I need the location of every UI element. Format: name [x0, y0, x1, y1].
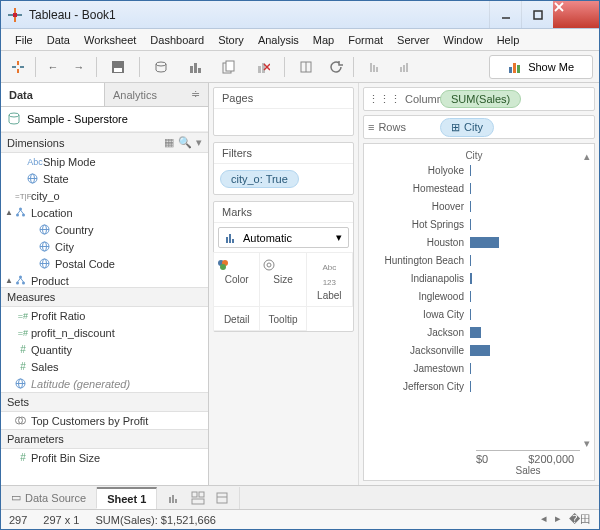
data-source-tab[interactable]: ▭Data Source [1, 487, 97, 508]
filter-pill[interactable]: city_o: True [220, 170, 299, 188]
svg-rect-77 [192, 499, 204, 504]
svg-rect-33 [509, 67, 512, 73]
new-worksheet-button[interactable] [180, 56, 210, 78]
rows-pill[interactable]: ⊞City [440, 118, 494, 137]
dimensions-header: Dimensions ▦🔍▾ [1, 132, 208, 153]
bar-row[interactable]: Hoover [368, 197, 580, 215]
new-worksheet-icon[interactable] [167, 491, 181, 505]
new-story-icon[interactable] [215, 491, 229, 505]
columns-shelf[interactable]: ⋮⋮⋮Columns SUM(Sales) [363, 87, 595, 111]
marks-color[interactable]: Color [213, 252, 260, 307]
forward-button[interactable]: → [68, 56, 90, 78]
bar-row[interactable]: Jackson [368, 323, 580, 341]
bar-row[interactable]: Houston [368, 233, 580, 251]
field-ship-mode[interactable]: AbcShip Mode [1, 153, 208, 170]
save-button[interactable] [103, 56, 133, 78]
menu-icon[interactable]: ▾ [196, 136, 202, 149]
datasource-row[interactable]: Sample - Superstore [1, 107, 208, 132]
chart-scrollbar[interactable]: ▴▾ [581, 150, 593, 450]
menu-help[interactable]: Help [491, 32, 526, 48]
bar-row[interactable]: Iowa City [368, 305, 580, 323]
duplicate-button[interactable] [214, 56, 244, 78]
bar-row[interactable]: Jamestown [368, 359, 580, 377]
columns-pill[interactable]: SUM(Sales) [440, 90, 521, 108]
menu-server[interactable]: Server [391, 32, 435, 48]
field-country[interactable]: Country [1, 221, 208, 238]
tab-analytics[interactable]: Analytics≑ [104, 83, 208, 106]
minimize-button[interactable] [489, 1, 521, 28]
marks-label[interactable]: Abc123Label [306, 252, 353, 307]
field-location[interactable]: ▲Location [1, 204, 208, 221]
maximize-button[interactable] [521, 1, 553, 28]
bar-row[interactable]: Indianapolis [368, 269, 580, 287]
field-state[interactable]: State [1, 170, 208, 187]
bar-row[interactable]: Holyoke [368, 161, 580, 179]
menu-map[interactable]: Map [307, 32, 340, 48]
sort-asc-button[interactable] [360, 56, 390, 78]
marks-detail[interactable]: Detail [213, 306, 260, 331]
field-sales[interactable]: #Sales [1, 358, 208, 375]
marks-type-dropdown[interactable]: Automatic ▾ [218, 227, 349, 248]
status-icon-3[interactable]: �田 [569, 512, 591, 527]
menu-file[interactable]: File [9, 32, 39, 48]
swap-button[interactable] [291, 56, 321, 78]
status-icon-2[interactable]: ▸ [555, 512, 561, 527]
clear-button[interactable] [248, 56, 278, 78]
field-quantity[interactable]: #Quantity [1, 341, 208, 358]
statusbar: 297 297 x 1 SUM(Sales): $1,521,666 ◂ ▸ �… [1, 509, 599, 529]
sheet-1-tab[interactable]: Sheet 1 [97, 487, 157, 509]
menu-analysis[interactable]: Analysis [252, 32, 305, 48]
status-icon-1[interactable]: ◂ [541, 512, 547, 527]
marks-tooltip[interactable]: Tooltip [259, 306, 306, 331]
refresh-button[interactable] [325, 56, 347, 78]
rows-shelf[interactable]: ≡Rows ⊞City [363, 115, 595, 139]
field-city[interactable]: City [1, 238, 208, 255]
bar-row[interactable]: Jefferson City [368, 377, 580, 395]
toolbar: ← → Show Me [1, 51, 599, 83]
menu-window[interactable]: Window [438, 32, 489, 48]
new-dashboard-icon[interactable] [191, 491, 205, 505]
menu-worksheet[interactable]: Worksheet [78, 32, 142, 48]
field-latitude-generated-[interactable]: Latitude (generated) [1, 375, 208, 392]
svg-rect-34 [513, 63, 516, 73]
svg-rect-75 [192, 492, 197, 497]
field-profit-bin-size[interactable]: #Profit Bin Size [1, 449, 208, 466]
chart-view[interactable]: City HolyokeHomesteadHooverHot SpringsHo… [363, 143, 595, 481]
field-city-o[interactable]: =T|Fcity_o [1, 187, 208, 204]
close-button[interactable] [553, 1, 599, 28]
menu-format[interactable]: Format [342, 32, 389, 48]
field-postal-code[interactable]: Postal Code [1, 255, 208, 272]
back-button[interactable]: ← [42, 56, 64, 78]
show-me-button[interactable]: Show Me [489, 55, 593, 79]
collapse-icon[interactable]: ≑ [191, 88, 200, 101]
field-profit-ratio[interactable]: =#Profit Ratio [1, 307, 208, 324]
bar-row[interactable]: Jacksonville [368, 341, 580, 359]
menu-data[interactable]: Data [41, 32, 76, 48]
marks-size[interactable]: Size [259, 252, 306, 307]
bar-row[interactable]: Homestead [368, 179, 580, 197]
svg-rect-16 [190, 66, 193, 73]
bar-row[interactable]: Hot Springs [368, 215, 580, 233]
pages-shelf[interactable]: Pages [213, 87, 354, 136]
menu-story[interactable]: Story [212, 32, 250, 48]
cards-pane: Pages Filters city_o: True Marks Automat… [209, 83, 359, 485]
x-axis-label: Sales [476, 465, 580, 476]
view-options-icon[interactable]: ▦ [164, 136, 174, 149]
tableau-app-icon [7, 7, 23, 23]
field-profit-n-discount[interactable]: =#profit_n_discount [1, 324, 208, 341]
menu-dashboard[interactable]: Dashboard [144, 32, 210, 48]
filters-shelf[interactable]: Filters city_o: True [213, 142, 354, 195]
new-datasource-button[interactable] [146, 56, 176, 78]
chevron-down-icon: ▾ [336, 231, 342, 244]
field-top-customers-by-profit[interactable]: Top Customers by Profit [1, 412, 208, 429]
bar-row[interactable]: Inglewood [368, 287, 580, 305]
field-product[interactable]: ▲Product [1, 272, 208, 287]
measures-header: Measures [1, 287, 208, 307]
sort-desc-button[interactable] [394, 56, 416, 78]
tab-data[interactable]: Data [1, 83, 104, 106]
svg-rect-12 [20, 66, 24, 68]
search-icon[interactable]: 🔍 [178, 136, 192, 149]
tableau-logo-icon[interactable] [7, 56, 29, 78]
bar-row[interactable]: Huntington Beach [368, 251, 580, 269]
svg-rect-78 [217, 493, 227, 503]
